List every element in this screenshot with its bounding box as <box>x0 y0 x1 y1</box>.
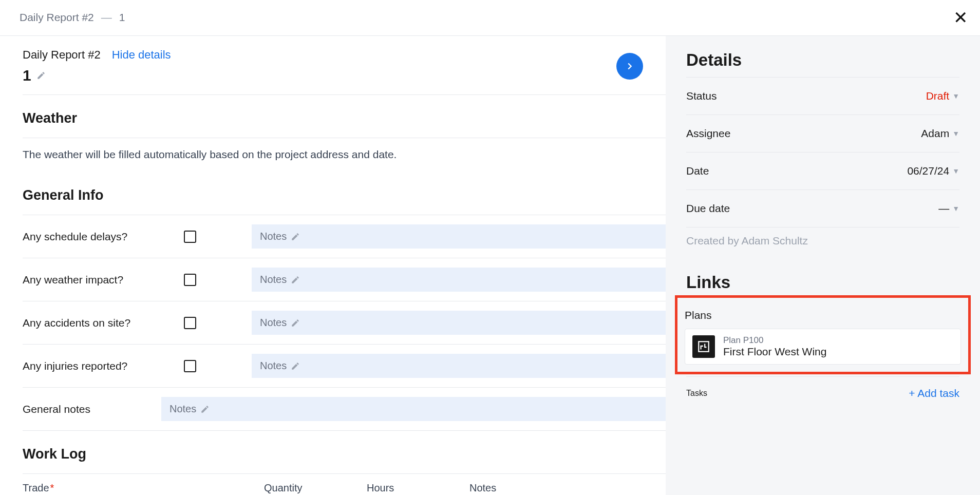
status-dropdown[interactable]: Draft ▼ <box>926 90 959 102</box>
main-content: Daily Report #2 Hide details 1 Weather T… <box>0 36 666 495</box>
notes-placeholder: Notes <box>260 317 287 329</box>
page-title: Daily Report #2 <box>23 48 101 62</box>
tasks-row: Tasks + Add task <box>686 376 959 399</box>
assignee-label: Assignee <box>686 127 730 140</box>
gi-row-injuries: Any injuries reported? Notes <box>23 344 666 387</box>
topbar: Daily Report #2 — 1 ✕ <box>0 0 980 35</box>
due-date-row: Due date — ▼ <box>686 189 959 227</box>
edit-icon <box>291 275 300 284</box>
details-heading: Details <box>686 50 959 70</box>
close-icon[interactable]: ✕ <box>953 7 968 28</box>
edit-icon <box>200 405 210 414</box>
details-panel: Details Status Draft ▼ Assignee Adam ▼ D… <box>666 36 980 495</box>
notes-input-schedule-delays[interactable]: Notes <box>252 224 666 249</box>
breadcrumb: Daily Report #2 — 1 <box>20 11 125 24</box>
general-info-heading: General Info <box>23 172 666 215</box>
gi-row-general-notes: General notes Notes <box>23 387 666 430</box>
chevron-down-icon: ▼ <box>952 129 959 138</box>
weather-note: The weather will be filled automatically… <box>23 138 666 172</box>
date-dropdown[interactable]: 06/27/24 ▼ <box>907 165 959 177</box>
gi-row-schedule-delays: Any schedule delays? Notes <box>23 215 666 258</box>
worklog-heading: Work Log <box>23 431 666 473</box>
status-label: Status <box>686 90 717 102</box>
assignee-dropdown[interactable]: Adam ▼ <box>921 127 959 140</box>
gi-row-weather-impact: Any weather impact? Notes <box>23 258 666 301</box>
add-task-button[interactable]: + Add task <box>909 387 959 399</box>
notes-placeholder: Notes <box>260 274 287 285</box>
status-row: Status Draft ▼ <box>686 77 959 115</box>
due-date-dropdown[interactable]: — ▼ <box>938 202 959 215</box>
svg-rect-0 <box>699 341 709 352</box>
assignee-row: Assignee Adam ▼ <box>686 115 959 152</box>
notes-placeholder: Notes <box>260 231 287 242</box>
gi-row-accidents: Any accidents on site? Notes <box>23 301 666 344</box>
report-number: 1 <box>23 67 31 84</box>
date-label: Date <box>686 165 709 177</box>
assignee-value: Adam <box>921 127 949 140</box>
col-hours: Hours <box>367 482 449 494</box>
links-heading: Links <box>686 273 959 292</box>
checkbox-schedule-delays[interactable] <box>184 231 196 243</box>
col-quantity: Quantity <box>264 482 346 494</box>
forward-button[interactable] <box>616 53 643 80</box>
gi-label: General notes <box>23 403 161 415</box>
checkbox-accidents[interactable] <box>184 317 196 329</box>
plan-card[interactable]: Plan P100 First Floor West Wing <box>685 329 961 365</box>
chevron-down-icon: ▼ <box>952 92 959 100</box>
due-date-value: — <box>938 202 949 215</box>
notes-placeholder: Notes <box>260 360 287 372</box>
edit-icon <box>291 318 300 328</box>
checkbox-injuries[interactable] <box>184 360 196 372</box>
notes-input-injuries[interactable]: Notes <box>252 354 666 378</box>
notes-placeholder: Notes <box>169 403 196 415</box>
gi-label: Any schedule delays? <box>23 231 172 243</box>
edit-icon <box>291 232 300 241</box>
chevron-down-icon: ▼ <box>952 204 959 213</box>
due-date-label: Due date <box>686 202 730 215</box>
status-value: Draft <box>926 90 950 102</box>
notes-input-accidents[interactable]: Notes <box>252 311 666 335</box>
plans-label: Plans <box>685 305 961 329</box>
date-row: Date 06/27/24 ▼ <box>686 152 959 189</box>
plan-title: First Floor West Wing <box>723 346 826 358</box>
breadcrumb-title: Daily Report #2 <box>20 11 94 24</box>
plan-subtitle: Plan P100 <box>723 335 826 346</box>
created-by: Created by Adam Schultz <box>686 227 959 273</box>
plans-highlight-box: Plans Plan P100 First Floor West Wing <box>675 295 971 374</box>
notes-input-weather-impact[interactable]: Notes <box>252 268 666 292</box>
gi-label: Any weather impact? <box>23 274 172 286</box>
col-notes: Notes <box>469 482 496 494</box>
notes-input-general-notes[interactable]: Notes <box>161 397 666 421</box>
breadcrumb-sub: 1 <box>119 11 125 24</box>
chevron-right-icon <box>624 61 635 72</box>
gi-label: Any injuries reported? <box>23 360 172 372</box>
required-star: * <box>50 482 54 494</box>
plan-icon <box>692 335 715 358</box>
edit-icon <box>291 361 300 371</box>
worklog-columns: Trade* Quantity Hours Notes <box>23 473 666 494</box>
weather-heading: Weather <box>23 95 666 138</box>
edit-icon[interactable] <box>36 71 46 80</box>
date-value: 06/27/24 <box>907 165 949 177</box>
checkbox-weather-impact[interactable] <box>184 274 196 286</box>
tasks-label: Tasks <box>686 389 707 398</box>
hide-details-link[interactable]: Hide details <box>112 48 171 62</box>
gi-label: Any accidents on site? <box>23 317 172 329</box>
col-trade: Trade <box>23 482 49 494</box>
breadcrumb-sep: — <box>101 11 112 24</box>
chevron-down-icon: ▼ <box>952 167 959 175</box>
